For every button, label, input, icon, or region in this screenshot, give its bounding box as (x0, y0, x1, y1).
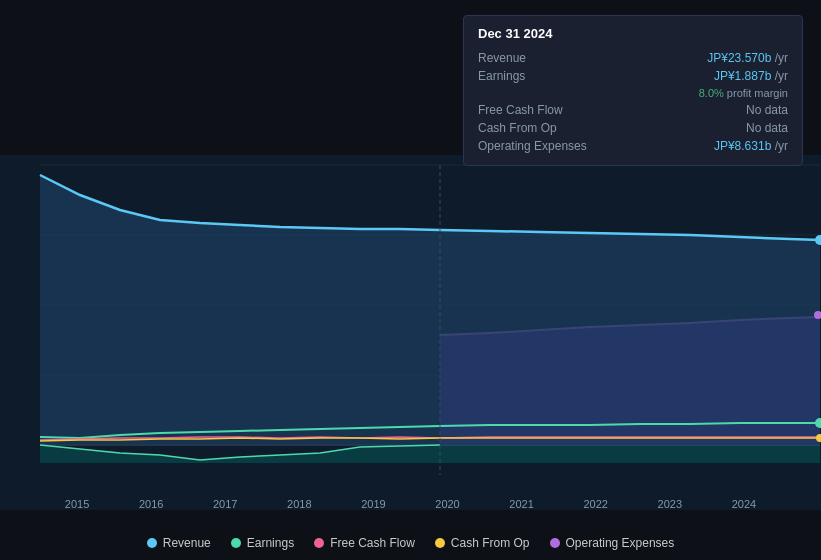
legend-fcf[interactable]: Free Cash Flow (314, 536, 415, 550)
x-label-2017: 2017 (213, 498, 237, 510)
fcf-label: Free Cash Flow (478, 103, 608, 117)
x-label-2022: 2022 (583, 498, 607, 510)
legend-earnings[interactable]: Earnings (231, 536, 294, 550)
chart-area (0, 155, 821, 510)
fcf-row: Free Cash Flow No data (478, 101, 788, 119)
x-label-2018: 2018 (287, 498, 311, 510)
revenue-dot (147, 538, 157, 548)
opex-value: JP¥8.631b /yr (714, 139, 788, 153)
earnings-label: Earnings (478, 69, 608, 83)
x-label-2019: 2019 (361, 498, 385, 510)
revenue-row: Revenue JP¥23.570b /yr (478, 49, 788, 67)
earnings-dot (231, 538, 241, 548)
legend-opex-label: Operating Expenses (566, 536, 675, 550)
earnings-value: JP¥1.887b /yr (714, 69, 788, 83)
date-header: Dec 31 2024 (478, 26, 788, 41)
cashfromop-row: Cash From Op No data (478, 119, 788, 137)
x-axis-labels: 2015 2016 2017 2018 2019 2020 2021 2022 … (0, 498, 821, 510)
cashfromop-value: No data (746, 121, 788, 135)
earnings-row: Earnings JP¥1.887b /yr (478, 67, 788, 85)
revenue-label: Revenue (478, 51, 608, 65)
opex-dot (550, 538, 560, 548)
profit-margin: 8.0% profit margin (699, 87, 788, 99)
tooltip-box: Dec 31 2024 Revenue JP¥23.570b /yr Earni… (463, 15, 803, 166)
legend-earnings-label: Earnings (247, 536, 294, 550)
cashfromop-label: Cash From Op (478, 121, 608, 135)
x-label-2016: 2016 (139, 498, 163, 510)
legend-cashfromop[interactable]: Cash From Op (435, 536, 530, 550)
chart-legend: Revenue Earnings Free Cash Flow Cash Fro… (0, 536, 821, 550)
x-label-2021: 2021 (509, 498, 533, 510)
opex-row: Operating Expenses JP¥8.631b /yr (478, 137, 788, 155)
opex-label: Operating Expenses (478, 139, 608, 153)
x-label-2020: 2020 (435, 498, 459, 510)
x-label-2023: 2023 (658, 498, 682, 510)
legend-opex[interactable]: Operating Expenses (550, 536, 675, 550)
margin-row: 8.0% profit margin (478, 85, 788, 101)
revenue-value: JP¥23.570b /yr (707, 51, 788, 65)
cashfromop-dot (435, 538, 445, 548)
legend-cashfromop-label: Cash From Op (451, 536, 530, 550)
legend-revenue-label: Revenue (163, 536, 211, 550)
x-label-2024: 2024 (732, 498, 756, 510)
legend-revenue[interactable]: Revenue (147, 536, 211, 550)
legend-fcf-label: Free Cash Flow (330, 536, 415, 550)
fcf-dot (314, 538, 324, 548)
chart-svg (0, 155, 821, 510)
fcf-value: No data (746, 103, 788, 117)
x-label-2015: 2015 (65, 498, 89, 510)
